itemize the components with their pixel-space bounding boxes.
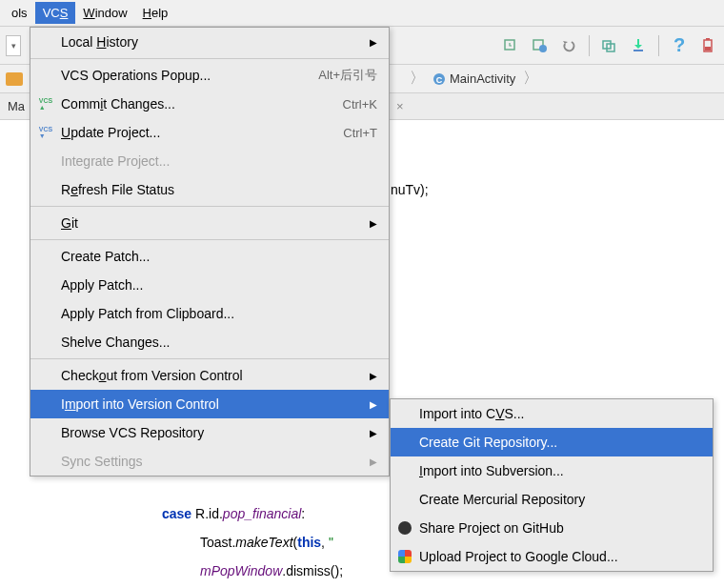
vcs-menu: Local History▶ VCS Operations Popup...Al…	[30, 27, 390, 476]
svg-point-2	[539, 45, 547, 52]
menu-commit-changes[interactable]: VCS▲ Commit Changes...Ctrl+K	[30, 90, 389, 118]
menu-shelve-changes[interactable]: Shelve Changes...	[30, 328, 389, 356]
tab-close-icon[interactable]: ×	[396, 99, 404, 113]
menu-checkout-vcs[interactable]: Checkout from Version Control▶	[30, 361, 389, 390]
svg-rect-5	[634, 50, 643, 51]
toolbar-dropdown[interactable]: ▾	[6, 35, 21, 56]
undo-icon[interactable]	[558, 35, 579, 56]
google-cloud-icon	[396, 548, 413, 565]
update-icon: VCS▼	[36, 123, 55, 142]
menu-update-project[interactable]: VCS▼ Update Project...Ctrl+T	[30, 118, 389, 147]
svg-rect-8	[706, 38, 710, 40]
menu-create-patch[interactable]: Create Patch...	[30, 242, 389, 271]
menu-local-history[interactable]: Local History▶	[30, 28, 389, 56]
github-icon	[396, 519, 413, 537]
chevron-right-icon: 〉	[402, 69, 432, 89]
menubar: ols VCS Window Help	[0, 0, 724, 27]
class-icon: C	[432, 72, 446, 86]
breadcrumb-item[interactable]: MainActivity	[450, 71, 515, 86]
menu-integrate-project: Integrate Project...	[30, 147, 389, 175]
menu-apply-patch[interactable]: Apply Patch...	[30, 271, 389, 299]
menu-browse-vcs[interactable]: Browse VCS Repository▶	[30, 418, 389, 447]
menu-sync-settings: Sync Settings▶	[30, 447, 389, 476]
svg-rect-7	[705, 47, 711, 51]
import-vcs-submenu: Import into CVS... Create Git Repository…	[390, 398, 714, 572]
menu-git[interactable]: Git▶	[30, 209, 389, 237]
tab-label[interactable]: Ma	[8, 99, 25, 113]
clock-icon[interactable]	[530, 35, 551, 56]
chevron-right-icon: 〉	[515, 69, 546, 89]
menu-window[interactable]: Window	[75, 2, 134, 24]
history-icon[interactable]	[501, 35, 522, 56]
menu-help[interactable]: Help	[135, 2, 176, 24]
download-icon[interactable]	[628, 35, 649, 56]
submenu-create-git[interactable]: Create Git Repository...	[391, 428, 713, 456]
submenu-import-cvs[interactable]: Import into CVS...	[391, 399, 713, 428]
commit-icon: VCS▲	[36, 94, 55, 113]
battery-icon[interactable]	[697, 35, 718, 56]
submenu-upload-gcloud[interactable]: Upload Project to Google Cloud...	[391, 542, 713, 571]
help-icon[interactable]: ?	[669, 35, 690, 56]
submenu-share-github[interactable]: Share Project on GitHub	[391, 514, 713, 542]
svg-text:C: C	[436, 75, 443, 85]
menu-refresh-status[interactable]: Refresh File Status	[30, 175, 389, 204]
folders-icon[interactable]	[599, 35, 620, 56]
menu-tools[interactable]: ols	[4, 2, 35, 24]
menu-vcs[interactable]: VCS	[35, 2, 76, 24]
menu-vcs-popup[interactable]: VCS Operations Popup...Alt+后引号	[30, 61, 389, 90]
folder-icon	[6, 72, 23, 86]
menu-apply-patch-clipboard[interactable]: Apply Patch from Clipboard...	[30, 299, 389, 328]
menu-import-vcs[interactable]: Import into Version Control▶	[30, 390, 389, 418]
submenu-create-hg[interactable]: Create Mercurial Repository	[391, 485, 713, 514]
submenu-import-svn[interactable]: Import into Subversion...	[391, 456, 713, 485]
